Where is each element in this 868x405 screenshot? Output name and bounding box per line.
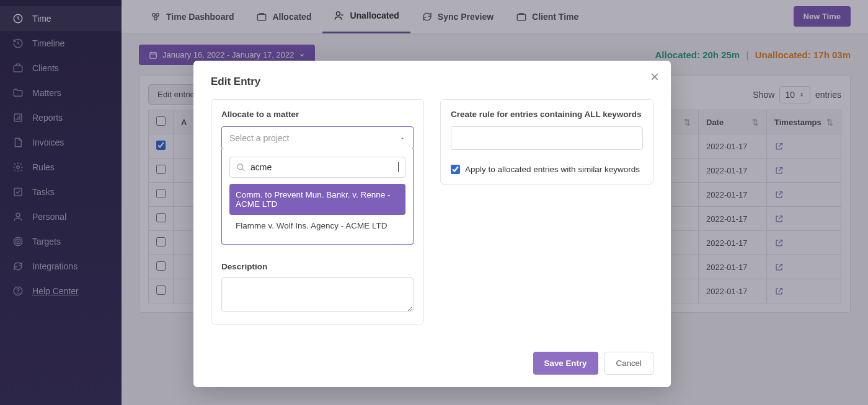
- matter-dropdown: acme Comm. to Prevent Mun. Bankr. v. Ren…: [221, 149, 414, 245]
- search-value: acme: [250, 162, 393, 172]
- apply-label: Apply to allocated entries with similar …: [465, 165, 640, 174]
- search-icon: [236, 163, 246, 172]
- edit-entry-modal: Edit Entry Allocate to a matter Select a…: [193, 61, 671, 387]
- save-entry-button[interactable]: Save Entry: [533, 352, 598, 375]
- matter-select[interactable]: Select a project: [221, 126, 414, 150]
- allocate-label: Allocate to a matter: [221, 110, 414, 119]
- description-textarea[interactable]: [221, 277, 414, 312]
- svg-point-18: [237, 163, 243, 169]
- allocate-card: Allocate to a matter Select a project ac…: [211, 99, 424, 324]
- rule-keywords-input[interactable]: [451, 126, 643, 150]
- cancel-button[interactable]: Cancel: [604, 352, 654, 375]
- select-placeholder: Select a project: [229, 133, 290, 143]
- caret-up-icon: [399, 135, 405, 141]
- matter-search-input[interactable]: acme: [229, 157, 405, 178]
- matter-option[interactable]: Flamme v. Wolf Ins. Agency - ACME LTD: [229, 215, 405, 237]
- apply-checkbox[interactable]: [451, 165, 460, 174]
- rule-card: Create rule for entries containing ALL k…: [440, 99, 653, 185]
- modal-title: Edit Entry: [211, 76, 653, 88]
- description-label: Description: [221, 262, 414, 271]
- matter-option[interactable]: Comm. to Prevent Mun. Bankr. v. Renne - …: [229, 184, 405, 215]
- rule-label: Create rule for entries containing ALL k…: [451, 110, 643, 119]
- text-caret: [398, 162, 399, 172]
- close-icon[interactable]: [650, 72, 660, 82]
